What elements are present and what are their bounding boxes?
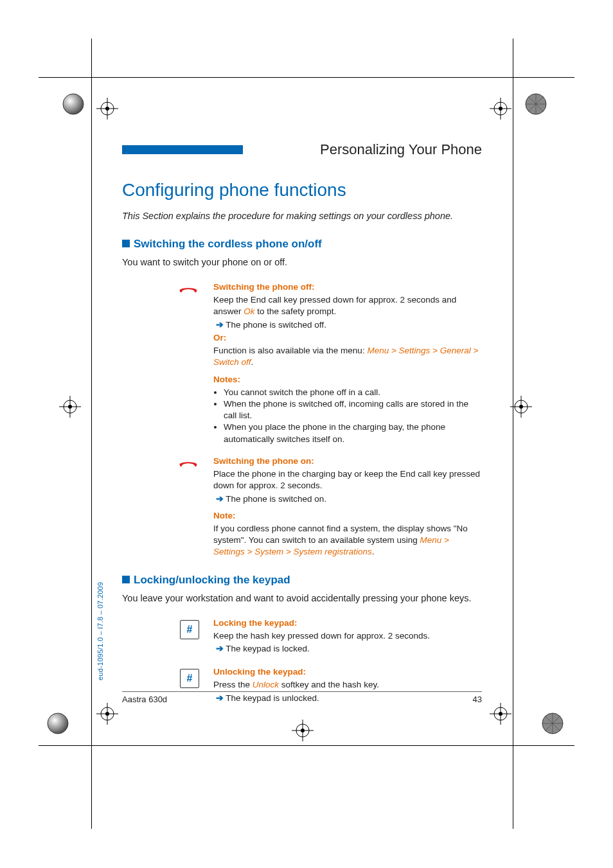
section1-desc: You want to switch your phone on or off.: [122, 257, 482, 267]
square-bullet-icon: [122, 240, 130, 247]
switch-off-label: Switching the phone off:: [213, 282, 314, 292]
page-footer: Aastra 630d 43: [122, 691, 482, 704]
svg-point-43: [195, 465, 197, 466]
svg-point-34: [48, 713, 68, 734]
lock-label: Locking the keypad:: [213, 618, 298, 628]
intro-text: This Section explains the procedure for …: [122, 211, 482, 221]
section2-desc: You leave your workstation and want to a…: [122, 593, 482, 603]
hash-key-icon: #: [180, 669, 199, 688]
page-header: Personalizing Your Phone: [122, 141, 482, 158]
header-accent-bar: [122, 145, 243, 154]
section-heading-text: Locking/unlocking the keypad: [134, 574, 290, 586]
svg-point-41: [195, 290, 197, 292]
registration-mark-icon: [490, 703, 511, 725]
step-switch-on: Switching the phone on: Place the phone …: [122, 456, 482, 560]
registration-mark-icon: [96, 703, 118, 725]
registration-mark-icon: [59, 396, 81, 418]
end-call-icon: [177, 458, 199, 470]
end-call-icon: [177, 284, 199, 296]
svg-point-28: [63, 94, 84, 114]
svg-point-40: [180, 290, 182, 292]
notes-list: You cannot switch the phone off in a cal…: [213, 387, 482, 445]
unlock-label: Unlocking the keypad:: [213, 667, 306, 677]
page-content: Personalizing Your Phone Configuring pho…: [122, 141, 482, 716]
unlock-body: Press the Unlock softkey and the hash ke…: [213, 679, 482, 691]
square-bullet-icon: [122, 576, 130, 583]
switch-off-menu: Function is also available via the menu:…: [213, 345, 482, 368]
switch-on-result: ➔ The phone is switched on.: [213, 493, 482, 505]
notes-label: Notes:: [213, 375, 240, 384]
section-heading-switching: Switching the cordless phone on/off: [122, 238, 482, 251]
lock-result: ➔ The keypad is locked.: [213, 643, 482, 655]
print-sphere-icon: [46, 712, 69, 735]
page-title: Configuring phone functions: [122, 180, 482, 200]
note-item: When the phone is switched off, incoming…: [224, 398, 482, 421]
registration-mark-icon: [96, 98, 118, 120]
lock-body: Keep the hash key pressed down for appro…: [213, 630, 482, 642]
step-switch-off: Switching the phone off: Keep the End ca…: [122, 281, 482, 445]
note-label: Note:: [213, 511, 236, 520]
print-sphere-icon: [524, 93, 547, 116]
registration-mark-icon: [510, 396, 532, 418]
switch-on-note: If you cordless phone cannot find a syst…: [213, 523, 482, 558]
print-sphere-icon: [62, 93, 85, 116]
header-title: Personalizing Your Phone: [320, 141, 482, 158]
switch-on-body: Place the phone in the charging bay or k…: [213, 468, 482, 492]
switch-off-body: Keep the End call key pressed down for a…: [213, 294, 482, 317]
note-item: You cannot switch the phone off in a cal…: [224, 387, 482, 398]
section-heading-text: Switching the cordless phone on/off: [134, 238, 322, 250]
footer-product: Aastra 630d: [122, 695, 167, 704]
section-heading-locking: Locking/unlocking the keypad: [122, 574, 482, 587]
svg-point-42: [180, 465, 182, 466]
registration-mark-icon: [490, 98, 511, 120]
step-lock-keypad: # Locking the keypad: Keep the hash key …: [122, 617, 482, 657]
switch-off-result: ➔ The phone is switched off.: [213, 319, 482, 331]
print-sphere-icon: [541, 712, 564, 735]
document-id: eud-1095/1.0 – I7.8 – 07.2009: [96, 582, 104, 680]
note-item: When you place the phone in the charging…: [224, 421, 482, 445]
hash-key-icon: #: [180, 620, 199, 639]
switch-on-label: Switching the phone on:: [213, 456, 314, 466]
or-label: Or:: [213, 333, 226, 342]
footer-page-number: 43: [473, 695, 482, 704]
registration-mark-icon: [292, 720, 314, 741]
